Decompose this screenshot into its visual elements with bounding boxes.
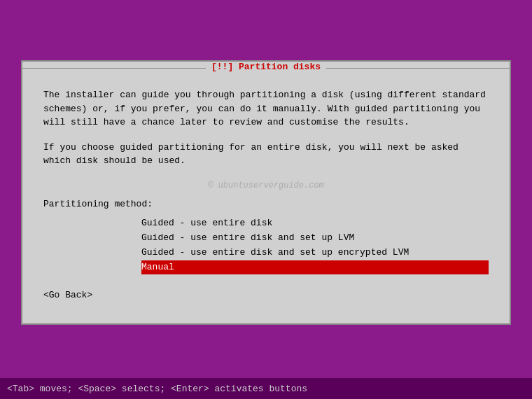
bottom-bar: <Tab> moves; <Space> selects; <Enter> ac… — [0, 378, 532, 399]
options-list: Guided - use entire disk Guided - use en… — [141, 216, 489, 274]
option-guided-entire[interactable]: Guided - use entire disk — [141, 216, 489, 231]
option-guided-lvm[interactable]: Guided - use entire disk and set up LVM — [141, 231, 489, 246]
partition-dialog: [!!] Partition disks The installer can g… — [21, 60, 511, 325]
watermark-text: © ubuntuserverguide.com — [43, 179, 489, 192]
dialog-title: [!!] Partition disks — [211, 62, 321, 72]
description-paragraph-1: The installer can guide you through part… — [43, 88, 489, 130]
section-label: Partitioning method: — [43, 197, 489, 211]
option-manual[interactable]: Manual — [141, 260, 489, 275]
button-row: <Go Back> — [43, 288, 489, 302]
bottom-help-text: <Tab> moves; <Space> selects; <Enter> ac… — [7, 384, 307, 394]
option-guided-encrypted-lvm[interactable]: Guided - use entire disk and set up encr… — [141, 246, 489, 260]
go-back-button[interactable]: <Go Back> — [43, 290, 92, 300]
description-paragraph-2: If you choose guided partitioning for an… — [43, 141, 489, 168]
